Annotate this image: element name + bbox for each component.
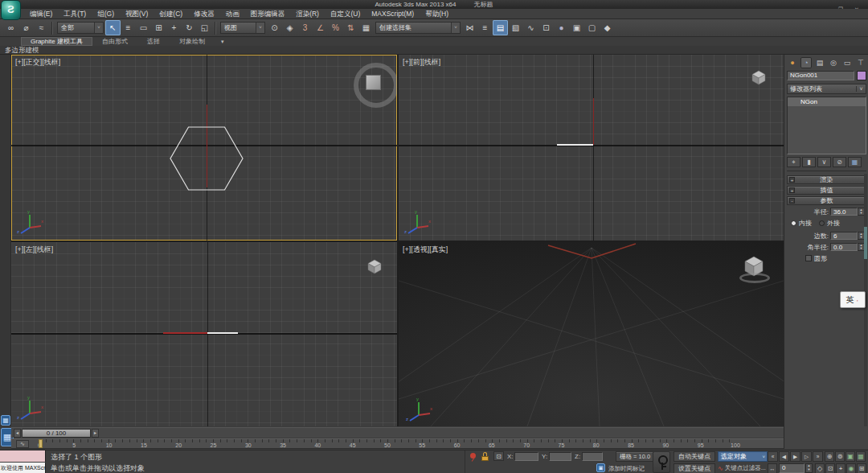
curve-editor-icon[interactable]: ∿ bbox=[523, 20, 538, 35]
rectangular-selection-region-icon[interactable]: ▭ bbox=[136, 20, 151, 35]
bind-to-space-warp-icon[interactable]: ≈ bbox=[34, 20, 49, 35]
menu-item[interactable]: 渲染(R) bbox=[290, 9, 325, 19]
menu-item[interactable]: 修改器 bbox=[188, 9, 220, 19]
current-frame-field[interactable]: 0 bbox=[779, 463, 805, 473]
utilities-tab-icon[interactable]: ⊤ bbox=[855, 57, 866, 68]
ribbon-minimize-button[interactable]: ▾ bbox=[215, 37, 231, 46]
menu-item[interactable]: 图形编辑器 bbox=[245, 9, 291, 19]
select-object-icon[interactable]: ↖ bbox=[105, 20, 121, 35]
circumscribed-radio[interactable] bbox=[819, 220, 825, 226]
modifier-list-dropdown[interactable]: 修改器列表 ˅ bbox=[787, 84, 866, 94]
add-time-tag-icon[interactable]: ▣ bbox=[596, 463, 605, 472]
ngon-hexagon-shape[interactable] bbox=[166, 121, 247, 195]
go-to-end-button[interactable]: » bbox=[813, 451, 823, 462]
select-and-scale-icon[interactable]: ◱ bbox=[197, 20, 212, 35]
x-coordinate-field[interactable] bbox=[514, 452, 538, 461]
render-setup-icon[interactable]: ▣ bbox=[569, 20, 584, 35]
menu-item[interactable]: MAXScript(M) bbox=[366, 9, 420, 19]
track-bar[interactable]: ∿ 05101520253035404550556065707580859095… bbox=[11, 438, 784, 449]
hierarchy-tab-icon[interactable]: ▤ bbox=[814, 57, 825, 68]
z-coordinate-field[interactable] bbox=[582, 452, 603, 461]
viewport-label[interactable]: [+][透视][真实] bbox=[403, 245, 448, 255]
app-logo-icon[interactable]: S bbox=[1, 0, 21, 20]
rollout-parameters[interactable]: - 参数 bbox=[787, 196, 866, 205]
create-tab-icon[interactable]: ● bbox=[787, 57, 798, 68]
maximize-viewport-button[interactable]: ⊞ bbox=[857, 463, 866, 473]
select-and-move-icon[interactable]: + bbox=[166, 20, 182, 35]
circular-checkbox[interactable] bbox=[805, 255, 812, 261]
viewcube[interactable] bbox=[751, 69, 767, 85]
select-and-manipulate-icon[interactable]: ◈ bbox=[282, 20, 297, 35]
previous-frame-button[interactable]: ◀ bbox=[779, 451, 789, 462]
mini-curve-editor-button[interactable]: ∿ bbox=[16, 440, 29, 448]
field-of-view-button[interactable]: ◇ bbox=[815, 463, 825, 473]
named-selection-sets-dropdown[interactable]: 创建选择集˅ bbox=[375, 22, 461, 34]
ribbon-panel-polygon-modeling[interactable]: 多边形建模 bbox=[0, 46, 868, 55]
keying-target-dropdown[interactable]: 选定对象 ˅ bbox=[718, 451, 768, 462]
key-filters-button[interactable]: ∿ 关键点过滤器... bbox=[718, 464, 766, 472]
viewport-layout-tab-icon[interactable]: ▦ bbox=[1, 415, 10, 426]
viewport-orthographic[interactable]: [+][正交][线框] y x z bbox=[11, 55, 397, 241]
menu-item[interactable]: 编辑(E) bbox=[24, 9, 58, 19]
radius-field[interactable]: 36.0 bbox=[830, 208, 858, 216]
selection-filter-dropdown[interactable]: 全部˅ bbox=[57, 22, 104, 34]
display-tab-icon[interactable]: ▭ bbox=[841, 57, 853, 68]
configure-modifier-sets-icon[interactable]: ▦ bbox=[848, 157, 862, 167]
next-frame-button[interactable]: ▷ bbox=[801, 451, 812, 462]
time-slider-prev-arrow[interactable]: ◂ bbox=[14, 429, 21, 438]
frame-spinner[interactable]: ▲▼ bbox=[805, 463, 813, 473]
zoom-region-button[interactable]: ⊡ bbox=[825, 463, 835, 473]
object-name-field[interactable]: NGon001 bbox=[787, 71, 854, 80]
pan-button[interactable]: + bbox=[836, 463, 845, 473]
rollout-rendering[interactable]: + 渲染 bbox=[787, 175, 866, 184]
ngon-edge-on-segment[interactable] bbox=[207, 332, 238, 334]
menu-item[interactable]: 视图(V) bbox=[120, 9, 154, 19]
orbit-button[interactable]: ◉ bbox=[846, 463, 856, 473]
viewcube[interactable] bbox=[366, 75, 381, 90]
unlink-selection-icon[interactable]: ⌀ bbox=[18, 20, 34, 35]
viewport-label[interactable]: [+][左][线框] bbox=[15, 245, 53, 255]
remove-modifier-icon[interactable]: ⊘ bbox=[833, 157, 846, 167]
reference-coordinate-dropdown[interactable]: 视图˅ bbox=[220, 22, 265, 34]
render-production-icon[interactable]: ◆ bbox=[600, 20, 615, 35]
menu-item[interactable]: 创建(C) bbox=[154, 9, 188, 19]
menu-item[interactable]: 工具(T) bbox=[58, 9, 92, 19]
ribbon-tab-object-paint[interactable]: 对象绘制 bbox=[170, 37, 215, 46]
y-coordinate-field[interactable] bbox=[549, 452, 571, 461]
menu-item[interactable]: 帮助(H) bbox=[420, 9, 454, 19]
snap-toggle-3d-icon[interactable]: 3 bbox=[297, 20, 313, 35]
viewport-perspective[interactable]: [+][透视][真实] bbox=[399, 242, 784, 426]
percent-snap-icon[interactable]: % bbox=[328, 20, 343, 35]
modify-tab-icon[interactable]: ◔ bbox=[800, 57, 812, 68]
viewport-label[interactable]: [+][正交][线框] bbox=[15, 57, 60, 68]
select-and-link-icon[interactable]: ∞ bbox=[3, 20, 18, 35]
auto-key-button[interactable]: 自动关键点 bbox=[674, 451, 715, 462]
select-and-rotate-icon[interactable]: ↻ bbox=[182, 20, 197, 35]
motion-tab-icon[interactable]: ◎ bbox=[828, 57, 839, 68]
zoom-button[interactable]: ⊕ bbox=[825, 451, 834, 462]
set-key-button[interactable] bbox=[653, 451, 670, 473]
time-slider[interactable]: ◂ 0 / 100 ▸ bbox=[11, 427, 784, 438]
set-keys-button[interactable]: 设置关键点 bbox=[674, 463, 715, 473]
viewport-left[interactable]: [+][左][线框] y x z bbox=[11, 242, 397, 426]
absolute-offset-toggle[interactable]: ⊡ bbox=[493, 451, 504, 461]
schematic-view-icon[interactable]: ⊡ bbox=[538, 20, 554, 35]
current-frame-marker[interactable] bbox=[39, 439, 43, 448]
menu-item[interactable]: 组(G) bbox=[92, 9, 120, 19]
ribbon-tab-graphite[interactable]: Graphite 建模工具 bbox=[21, 37, 92, 46]
use-pivot-point-center-icon[interactable]: ⊙ bbox=[267, 20, 282, 35]
ribbon-tab-selection[interactable]: 选择 bbox=[137, 37, 170, 46]
key-mode-toggle[interactable]: ↔ bbox=[768, 463, 777, 473]
time-slider-next-arrow[interactable]: ▸ bbox=[92, 429, 99, 438]
select-by-name-icon[interactable]: ≡ bbox=[121, 20, 136, 35]
material-editor-icon[interactable]: ● bbox=[554, 20, 569, 35]
maxscript-mini-listener[interactable]: 欢迎使用 MAXScript bbox=[0, 463, 46, 473]
viewport-front[interactable]: [+][前][线框] y x z bbox=[399, 55, 784, 241]
window-crossing-icon[interactable]: ⊞ bbox=[151, 20, 166, 35]
viewcube-compass-ring[interactable] bbox=[739, 273, 770, 283]
mirror-icon[interactable]: ⋈ bbox=[462, 20, 477, 35]
object-color-swatch[interactable] bbox=[857, 71, 866, 80]
maxscript-macro-recorder[interactable] bbox=[0, 450, 46, 462]
menu-item[interactable]: 动画 bbox=[220, 9, 245, 19]
corner-radius-field[interactable]: 0.0 bbox=[830, 243, 858, 251]
